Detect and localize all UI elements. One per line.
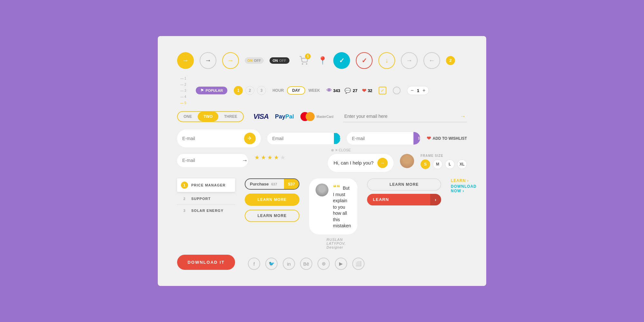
quantity-stepper[interactable]: − 1 +	[407, 86, 429, 95]
purchase-button[interactable]: Purchase 637 $37	[245, 178, 299, 190]
toggle-light[interactable]: ON OFF	[245, 57, 264, 64]
stars-row: ★ ★ ★ ★ ★	[254, 154, 321, 161]
eye-icon: 👁	[327, 88, 332, 93]
time-tab-week[interactable]: WEEK	[308, 88, 320, 93]
check-button-red[interactable]: ✓	[356, 52, 373, 69]
download-link[interactable]: DOWNLOAD NOW ›	[451, 184, 477, 193]
likes-stat: ❤ 32	[362, 88, 372, 94]
cart-icon-wrap[interactable]: 1	[295, 52, 312, 69]
size-s[interactable]: S	[421, 159, 430, 169]
send-button-yellow[interactable]: ✈	[244, 133, 256, 144]
mail-icon: ✉	[418, 136, 420, 141]
toggle-dark[interactable]: ON OFF	[270, 57, 290, 64]
email-input-arrow[interactable]: →	[177, 154, 248, 167]
radio-circle[interactable]	[393, 87, 401, 94]
time-tab-day[interactable]: DAY	[287, 86, 305, 95]
email-input-2[interactable]	[267, 133, 334, 144]
instagram-icon[interactable]: ⬜	[352, 258, 365, 270]
chat-close-btn[interactable]: ⊗ ✕ CLOSE	[331, 148, 351, 152]
twitter-icon[interactable]: 🐦	[265, 258, 278, 270]
list-item-4: — 4	[180, 95, 186, 99]
email-inline-input[interactable]	[344, 114, 457, 119]
email-input-send-teal[interactable]: SEND	[267, 133, 341, 144]
wishlist-label: ADD TO WISHLIST	[433, 136, 467, 141]
arrow-right-icon: →	[227, 57, 234, 64]
email-input-send-yellow[interactable]: ✈	[177, 129, 261, 147]
chat-icon: 💬	[345, 88, 351, 94]
arrow-left-icon: ←	[429, 57, 435, 64]
menu-list: 1 PRICE MANAGER 2 SUPPORT 3 SOLAR ENERGY	[177, 178, 235, 216]
behance-icon[interactable]: Bē	[300, 258, 312, 270]
checkbox-done[interactable]: ✓	[379, 87, 386, 94]
learn-more-button-yellow[interactable]: LEARN MORE	[245, 194, 299, 206]
learn-red-button[interactable]: LEARN ›	[367, 194, 441, 205]
size-l[interactable]: L	[445, 159, 455, 169]
comments-stat: 💬 27	[345, 88, 357, 94]
arrow-right-icon[interactable]: →	[242, 157, 248, 164]
email-input-mail-purple[interactable]: ✉	[347, 132, 420, 145]
send-button-teal[interactable]: SEND	[334, 133, 341, 144]
pagination-dot-2[interactable]: 2	[245, 86, 254, 95]
chat-send-button[interactable]: →	[377, 158, 388, 168]
size-xl[interactable]: XL	[457, 159, 467, 169]
email-input-4[interactable]	[182, 158, 239, 163]
arrow-button-gray-left[interactable]: ←	[423, 52, 440, 69]
arrow-button-filled-yellow[interactable]: →	[177, 52, 194, 69]
download-button-yellow[interactable]: ↓	[378, 52, 395, 69]
decrease-button[interactable]: −	[411, 88, 413, 93]
menu-label-price-manager: PRICE MANAGER	[191, 183, 226, 187]
youtube-icon[interactable]: ▶	[335, 258, 347, 270]
email-input-1[interactable]	[182, 136, 241, 141]
arrow-button-outline-yellow[interactable]: →	[222, 52, 239, 69]
star-rating: ★ ★ ★ ★ ★	[254, 154, 285, 161]
pagination-dot-3[interactable]: 3	[257, 86, 266, 95]
time-tab-hour[interactable]: HOUR	[272, 88, 284, 93]
star-2: ★	[261, 154, 266, 161]
pagination: 1 2 3	[234, 86, 266, 95]
chat-role: Designer	[327, 245, 343, 249]
arrow-button-outline-dark[interactable]: →	[200, 52, 216, 69]
tab-one[interactable]: ONE	[178, 112, 198, 121]
list-item-1: — 1	[180, 77, 186, 80]
menu-item-support[interactable]: 2 SUPPORT	[177, 194, 235, 204]
increase-button[interactable]: +	[422, 88, 425, 93]
avatar-image	[400, 154, 414, 168]
close-label: ✕ CLOSE	[335, 148, 351, 152]
views-count: 343	[333, 88, 340, 93]
learn-link[interactable]: LEARN ›	[451, 178, 477, 183]
arrow-button-gray-right[interactable]: →	[401, 52, 418, 69]
linkedin-icon[interactable]: in	[283, 258, 295, 270]
learn-more-button-outline[interactable]: LEARN MORE	[245, 210, 299, 222]
tab-three[interactable]: THREE	[218, 112, 243, 121]
quantity-value: 1	[417, 88, 419, 93]
email-submit-arrow[interactable]: →	[460, 113, 466, 120]
pagination-dot-1[interactable]: 1	[234, 86, 243, 95]
facebook-icon[interactable]: f	[248, 258, 260, 270]
check-button-teal[interactable]: ✓	[333, 52, 350, 69]
learn-more-button-dark[interactable]: LEARN MORE	[367, 178, 441, 191]
chat-widget-wrap: ⊗ ✕ CLOSE Hi, can I help you? →	[328, 154, 393, 172]
tab-two[interactable]: TWO	[198, 112, 218, 121]
row-chat: → ★ ★ ★ ★ ★ ⊗ ✕ CLOSE Hi, can I help you…	[177, 154, 467, 172]
email-input-3[interactable]	[347, 133, 413, 144]
arrow-right-icon: →	[205, 57, 211, 64]
arrow-right-icon: →	[406, 57, 412, 64]
chat-content: ❝❝ But I must explain to you how all thi…	[333, 184, 351, 229]
email-inline-field[interactable]: →	[343, 111, 467, 122]
star-3: ★	[267, 154, 272, 161]
star-5-empty: ★	[280, 154, 285, 161]
menu-item-price-manager[interactable]: 1 PRICE MANAGER	[177, 178, 235, 192]
size-m[interactable]: M	[433, 159, 442, 169]
toggle-on-label: ON	[247, 59, 253, 62]
popular-label: POPULAR	[205, 89, 223, 92]
wishlist-button[interactable]: ❤ ADD TO WISHLIST	[427, 135, 467, 141]
dribbble-icon[interactable]: ⊛	[317, 258, 330, 270]
views-stat: 👁 343	[327, 88, 340, 93]
download-icon: ↓	[385, 57, 388, 64]
download-button[interactable]: DOWNLOAD IT	[177, 255, 235, 270]
heart-icon: ❤	[362, 88, 366, 94]
list-item-3: — 3	[180, 89, 186, 92]
menu-item-solar-energy[interactable]: 3 SOLAR ENERGY	[177, 205, 235, 216]
mail-button-purple[interactable]: ✉	[413, 132, 420, 145]
menu-num-2: 2	[181, 197, 188, 201]
